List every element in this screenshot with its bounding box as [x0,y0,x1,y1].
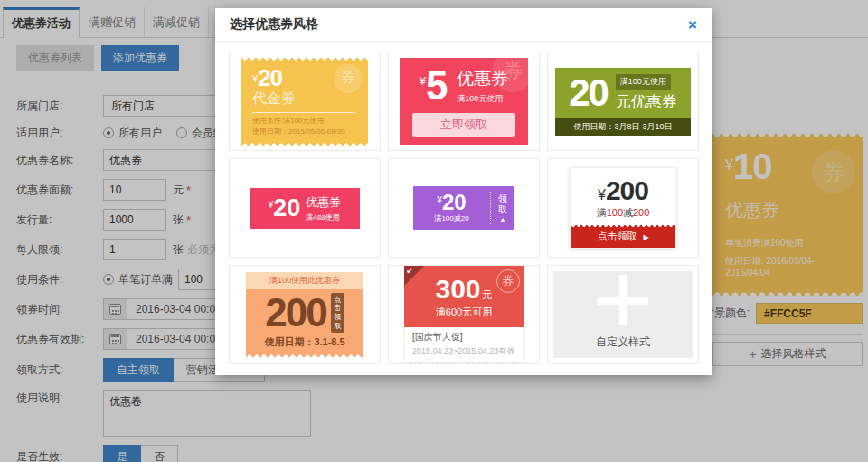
coupon-style-6: ¥200 满100减200 点击领取▶ [570,167,676,249]
style-card-green-banner[interactable]: 20 满100元使用 元优惠券 使用日期：3月8日-3月10日 [547,52,699,151]
custom-style-card: 自定义样式 [553,271,693,358]
triangle-right-icon: ▶ [643,233,648,241]
coupon-amount: 20 [569,76,608,110]
coupon-condition-badge: 满100元使用 [616,74,671,90]
style-card-white-red-strip[interactable]: ¥200 满100减200 点击领取▶ [547,158,699,258]
coupon-condition: 满100减200 [571,206,675,220]
style-card-orange[interactable]: 满100使用此优惠券 200 点击领取 使用日期：3.1-8.5 [229,265,381,364]
coupon-style-2: 券 ¥5 优惠券 满100元使用 立即领取 [400,58,528,145]
coupon-date: 使用日期：3.1-8.5 [246,333,363,354]
style-card-custom[interactable]: 自定义样式 [547,265,699,364]
modal-title: 选择优惠券风格 [230,16,688,33]
coupon-date: 使用日期：3月8日-3月10日 [555,118,691,136]
close-icon[interactable]: × [688,17,697,33]
click-claim-label: 点击领取 [331,293,344,333]
coupon-validity: 2015.04.23~2015.04.23有效 [412,345,515,357]
coupon-condition: 满100减20 [413,213,490,223]
coupon-amount: ¥5 [420,68,448,104]
custom-style-label: 自定义样式 [596,335,650,350]
perforated-edge [241,142,368,146]
coupon-style-5: ¥20 满100减20 领取 ▲ [413,186,514,230]
coupon-style-4: ¥20 优惠券 满488使用 [250,188,360,229]
coupon-name: 元优惠券 [616,91,677,112]
coupon-condition: 满600元可用 [404,306,524,319]
coupon-tag: [国庆节大促] [412,331,515,344]
coupon-style-1: ¥20 代金券 使用条件:满100元使用 使用日期：2015/05/06-08/… [241,58,368,146]
style-card-pink-claim[interactable]: 券 ¥5 优惠券 满100元使用 立即领取 [388,52,540,151]
style-card-yellow-stamp[interactable]: ¥20 代金券 使用条件:满100元使用 使用日期：2015/05/06-08/… [229,52,381,151]
coupon-condition: 满100元使用 [457,93,508,105]
style-card-red-white[interactable]: ✔ 券 300元 满600元可用 [国庆节大促] 2015.04.23~2015… [388,265,540,364]
coupon-name: 优惠券 [306,194,341,211]
perforated-edge [571,225,675,228]
coupon-condition: 满488使用 [306,212,341,222]
check-icon: ✔ [406,266,413,276]
divider [252,112,355,113]
coupon-date: 使用日期：2015/05/06-08/30 [252,127,361,137]
style-card-pink-small[interactable]: ¥20 优惠券 满488使用 [229,158,381,258]
coupon-style-8: ✔ 券 300元 满600元可用 [国庆节大促] 2015.04.23~2015… [404,266,524,363]
coupon-watermark-icon: 券 [334,64,363,93]
coupon-style-3: 20 满100元使用 元优惠券 使用日期：3月8日-3月10日 [555,68,691,136]
style-card-purple-small[interactable]: ¥20 满100减20 领取 ▲ [388,158,540,258]
click-claim-button[interactable]: 点击领取▶ [571,225,675,248]
coupon-condition: 使用条件:满100元使用 [252,116,361,127]
claim-now-button[interactable]: 立即领取 [412,113,515,137]
perforated-edge [246,354,363,357]
claim-label: 领取 [497,193,508,214]
plus-icon [598,275,648,325]
triangle-up-icon: ▲ [500,216,506,222]
coupon-name: 优惠券 [457,67,508,90]
coupon-amount: ¥20 [413,193,490,212]
coupon-amount: ¥20 [269,197,301,219]
modal-header: 选择优惠券风格 × [215,8,712,42]
coupon-style-modal: 选择优惠券风格 × ¥20 代金券 使用条件:满100元使用 使用日期：2015… [215,8,712,375]
coupon-amount: 200 [265,296,326,329]
coupon-amount: ¥200 [571,175,675,206]
coupon-style-7: 满100使用此优惠券 200 点击领取 使用日期：3.1-8.5 [246,272,363,357]
coupon-condition-band: 满100使用此优惠券 [246,272,363,289]
coupon-watermark-icon: 券 [496,269,520,293]
style-grid: ¥20 代金券 使用条件:满100元使用 使用日期：2015/05/06-08/… [215,42,712,374]
